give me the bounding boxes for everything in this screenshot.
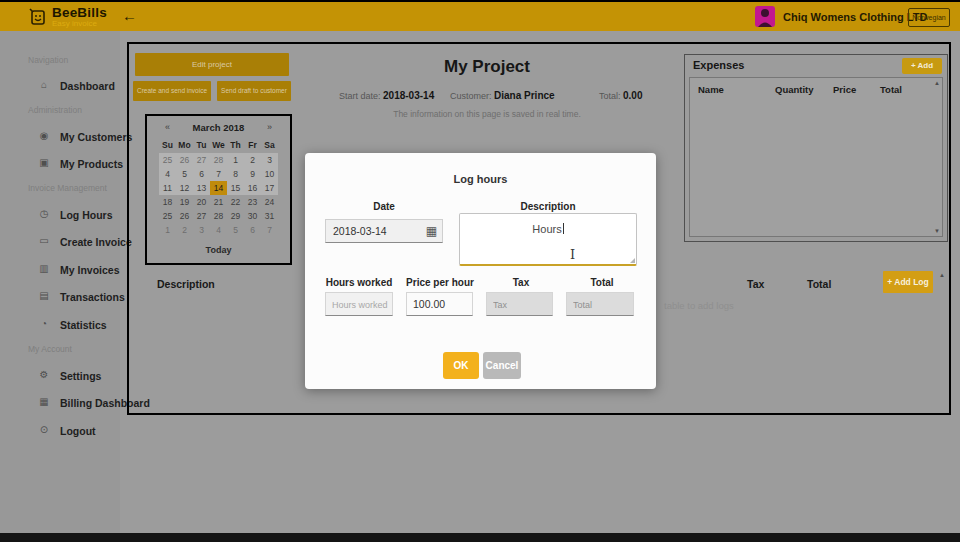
calendar-day[interactable]: 31 [261, 209, 278, 223]
calendar-day[interactable]: 7 [210, 167, 227, 181]
calendar-day[interactable]: 25 [159, 153, 176, 167]
power-icon: ⊙ [38, 424, 50, 435]
sidebar-item-dashboard[interactable]: ⌂ Dashboard [0, 78, 120, 94]
calendar-day[interactable]: 26 [176, 209, 193, 223]
beebills-logo-icon [28, 7, 47, 26]
calendar-day[interactable]: 3 [261, 153, 278, 167]
calendar-day-name: We [210, 138, 227, 153]
edit-project-button[interactable]: Edit project [135, 53, 289, 76]
date-input[interactable] [326, 220, 418, 242]
hours-worked-input[interactable] [325, 292, 393, 316]
calendar-day[interactable]: 6 [244, 223, 261, 237]
calendar-day[interactable]: 5 [176, 167, 193, 181]
sidebar-item-billing-dashboard[interactable]: ▦ Billing Dashboard [0, 395, 120, 411]
tax-input[interactable] [486, 292, 553, 316]
sidebar-item-my-customers[interactable]: ◉ My Customers [0, 129, 120, 145]
calendar-day[interactable]: 17 [261, 181, 278, 195]
sidebar-item-statistics[interactable]: ◔ Statistics [0, 317, 120, 333]
calendar-day[interactable]: 1 [227, 153, 244, 167]
calendar-day[interactable]: 14 [210, 181, 227, 195]
calendar-day[interactable]: 4 [210, 223, 227, 237]
calendar-day[interactable]: 11 [159, 181, 176, 195]
calendar-day[interactable]: 28 [210, 209, 227, 223]
ok-button[interactable]: OK [443, 352, 479, 379]
resize-grip-icon[interactable] [630, 258, 635, 263]
scroll-up-icon[interactable]: ▲ [939, 272, 945, 278]
sidebar-item-label: Logout [60, 425, 96, 437]
sidebar-header-my-account: My Account [28, 344, 72, 354]
brand-tagline: Easy invoice [52, 19, 97, 28]
sidebar-item-my-products[interactable]: ▣ My Products [0, 156, 120, 172]
add-log-button[interactable]: + Add Log [883, 271, 933, 293]
sidebar-item-log-hours[interactable]: ◷ Log Hours [0, 207, 120, 223]
calendar-day[interactable]: 27 [193, 153, 210, 167]
total-label: Total [590, 277, 613, 288]
text-caret [563, 223, 564, 234]
total-input[interactable] [566, 292, 634, 316]
calendar-grid: SuMoTuWeThFrSa25262728123456789101112131… [159, 138, 278, 237]
calendar-day[interactable]: 13 [193, 181, 210, 195]
transactions-icon: ▤ [38, 290, 50, 301]
calendar-day[interactable]: 8 [227, 167, 244, 181]
calendar-day[interactable]: 24 [261, 195, 278, 209]
calendar-day[interactable]: 28 [210, 153, 227, 167]
calendar-day[interactable]: 5 [227, 223, 244, 237]
calendar-day[interactable]: 19 [176, 195, 193, 209]
sidebar-item-label: My Customers [60, 131, 132, 143]
calendar-day[interactable]: 9 [244, 167, 261, 181]
calendar-day[interactable]: 15 [227, 181, 244, 195]
cancel-button[interactable]: Cancel [483, 352, 521, 379]
page-title: My Project [292, 57, 682, 77]
calendar-today-button[interactable]: Today [147, 245, 290, 255]
calendar-day[interactable]: 2 [244, 153, 261, 167]
calendar-grid-icon[interactable]: ▦ [426, 224, 437, 238]
calendar-day[interactable]: 21 [210, 195, 227, 209]
logs-col-total: Total [807, 278, 831, 290]
home-icon: ⌂ [38, 79, 50, 90]
calendar-day[interactable]: 23 [244, 195, 261, 209]
calendar-day[interactable]: 27 [193, 209, 210, 223]
company-avatar[interactable] [755, 6, 775, 27]
calendar-day[interactable]: 30 [244, 209, 261, 223]
sidebar-item-create-invoice[interactable]: ▭ Create Invoice [0, 234, 120, 250]
calendar-day[interactable]: 3 [193, 223, 210, 237]
calendar-day-name: Su [159, 138, 176, 153]
ibeam-cursor: I [570, 247, 575, 262]
sidebar-item-label: Transactions [60, 291, 125, 303]
calendar-day[interactable]: 20 [193, 195, 210, 209]
calendar-day[interactable]: 1 [159, 223, 176, 237]
clock-icon: ◷ [38, 208, 50, 219]
scroll-up-icon[interactable]: ▲ [934, 80, 940, 86]
calendar-day[interactable]: 2 [176, 223, 193, 237]
price-per-hour-input[interactable] [406, 292, 473, 316]
calendar-day[interactable]: 22 [227, 195, 244, 209]
sidebar-item-logout[interactable]: ⊙ Logout [0, 423, 120, 439]
description-textarea[interactable]: Hours I [459, 213, 637, 266]
calendar-day[interactable]: 12 [176, 181, 193, 195]
sidebar-item-settings[interactable]: ⚙ Settings [0, 368, 120, 384]
calendar-day[interactable]: 18 [159, 195, 176, 209]
sidebar-item-my-invoices[interactable]: ▥ My Invoices [0, 262, 120, 278]
back-arrow-icon[interactable]: ← [122, 7, 137, 24]
add-expense-button[interactable]: + Add [902, 58, 942, 74]
calendar-day[interactable]: 29 [227, 209, 244, 223]
calendar-day[interactable]: 7 [261, 223, 278, 237]
expenses-col-name: Name [698, 84, 724, 95]
send-draft-to-customer-button[interactable]: Send draft to customer [217, 81, 291, 101]
scroll-down-icon[interactable]: ▼ [934, 228, 940, 234]
calendar-day[interactable]: 26 [176, 153, 193, 167]
logs-hint-text: table to add logs [664, 300, 734, 311]
calendar-day[interactable]: 6 [193, 167, 210, 181]
calendar-day[interactable]: 10 [261, 167, 278, 181]
calendar-next-icon[interactable]: » [267, 122, 272, 132]
calendar-day[interactable]: 4 [159, 167, 176, 181]
language-button[interactable]: Norwegian [908, 8, 950, 27]
realtime-info-text: The information on this page is saved in… [292, 109, 682, 119]
sidebar-header-invoice-management: Invoice Management [28, 183, 107, 193]
calendar-day[interactable]: 16 [244, 181, 261, 195]
hours-worked-label: Hours worked [326, 277, 393, 288]
sidebar-header-administration: Administration [28, 105, 82, 115]
create-and-send-invoice-button[interactable]: Create and send invoice [133, 81, 211, 101]
calendar-day[interactable]: 25 [159, 209, 176, 223]
sidebar-item-transactions[interactable]: ▤ Transactions [0, 289, 120, 305]
